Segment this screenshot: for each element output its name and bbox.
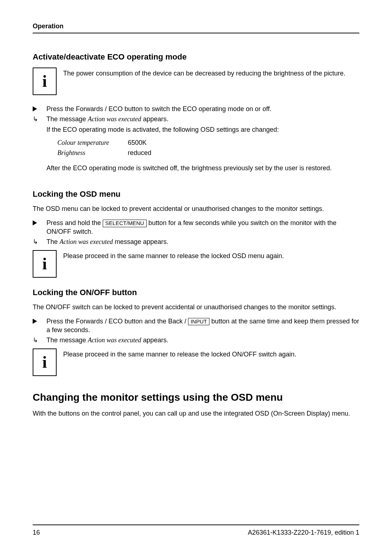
info-icon: i (33, 348, 57, 376)
osd-menu-para: With the buttons on the control panel, y… (33, 409, 359, 418)
result-pre: The (46, 238, 60, 245)
step-pre: Press the Forwards / ECO button and the … (46, 318, 188, 325)
condition-text: If the ECO operating mode is activated, … (46, 125, 359, 134)
steps-lock-onoff: Press the Forwards / ECO button and the … (33, 317, 359, 345)
info-icon: i (33, 250, 57, 278)
keycap-input: INPUT (188, 318, 209, 326)
heading-lock-osd: Locking the OSD menu (33, 189, 359, 200)
result-text: The message Action was executed appears. (46, 336, 168, 344)
result-item: ↳ The message Action was executed appear… (33, 115, 359, 134)
step-pre: Press and hold the (46, 219, 103, 227)
result-arrow-icon: ↳ (33, 115, 43, 123)
footer-rule (33, 525, 359, 525)
result-pre: The message (46, 115, 88, 123)
triangle-icon (33, 317, 43, 326)
result-em: Action was executed (88, 336, 141, 344)
heading-lock-onoff: Locking the ON/OFF button (33, 287, 359, 298)
section-header: Operation (33, 22, 359, 30)
lock-osd-intro: The OSD menu can be locked to prevent ac… (33, 204, 359, 213)
result-item: ↳ The message Action was executed appear… (33, 336, 359, 344)
step-text: Press the Forwards / ECO button to switc… (46, 105, 271, 113)
lock-onoff-intro: The ON/OFF switch can be locked to preve… (33, 303, 359, 311)
result-em: Action was executed (60, 238, 113, 245)
info-icon: i (33, 68, 57, 95)
info-text: The power consumption of the device can … (63, 68, 359, 78)
result-post: appears. (141, 336, 168, 344)
result-text: The Action was executed message appears. (46, 238, 168, 245)
setting-label: Brightness (57, 148, 128, 158)
result-text: The message Action was executed appears. (46, 115, 168, 123)
result-arrow-icon: ↳ (33, 336, 43, 344)
steps-eco: Press the Forwards / ECO button to switc… (33, 105, 359, 134)
table-row: Colour temperature 6500K (57, 138, 160, 148)
result-em: Action was executed (88, 115, 141, 123)
step-item: Press the Forwards / ECO button and the … (33, 317, 359, 335)
eco-settings-table: Colour temperature 6500K Brightness redu… (57, 138, 160, 158)
info-block-lock-osd: i Please proceed in the same manner to r… (33, 250, 359, 278)
info-text: Please proceed in the same manner to rel… (63, 250, 359, 260)
steps-lock-osd: Press and hold the SELECT/MENU button fo… (33, 219, 359, 246)
header-rule (33, 33, 359, 33)
heading-eco-mode: Activate/deactivate ECO operating mode (33, 52, 359, 62)
keycap-select-menu: SELECT/MENU (103, 220, 147, 227)
info-text: Please proceed in the same manner to rel… (63, 348, 359, 359)
info-block-eco: i The power consumption of the device ca… (33, 68, 359, 95)
eco-after-text: After the ECO operating mode is switched… (46, 164, 359, 172)
step-item: Press and hold the SELECT/MENU button fo… (33, 219, 359, 236)
heading-osd-menu: Changing the monitor settings using the … (33, 391, 359, 404)
page-number: 16 (33, 528, 40, 537)
triangle-icon (33, 219, 43, 227)
step-item: Press the Forwards / ECO button to switc… (33, 105, 359, 113)
doc-id: A26361-K1333-Z220-1-7619, edition 1 (248, 528, 359, 537)
step-text: Press the Forwards / ECO button and the … (46, 318, 359, 334)
setting-value: 6500K (128, 138, 160, 148)
setting-label: Colour temperature (57, 138, 128, 148)
result-item: ↳ The Action was executed message appear… (33, 237, 359, 246)
info-block-lock-onoff: i Please proceed in the same manner to r… (33, 348, 359, 376)
setting-value: reduced (128, 148, 160, 158)
result-post: message appears. (113, 238, 168, 245)
result-post: appears. (141, 115, 168, 123)
result-pre: The message (46, 336, 88, 344)
result-arrow-icon: ↳ (33, 237, 43, 246)
table-row: Brightness reduced (57, 148, 160, 158)
triangle-icon (33, 105, 43, 113)
step-text: Press and hold the SELECT/MENU button fo… (46, 219, 336, 235)
page-footer: 16 A26361-K1333-Z220-1-7619, edition 1 (33, 525, 359, 537)
